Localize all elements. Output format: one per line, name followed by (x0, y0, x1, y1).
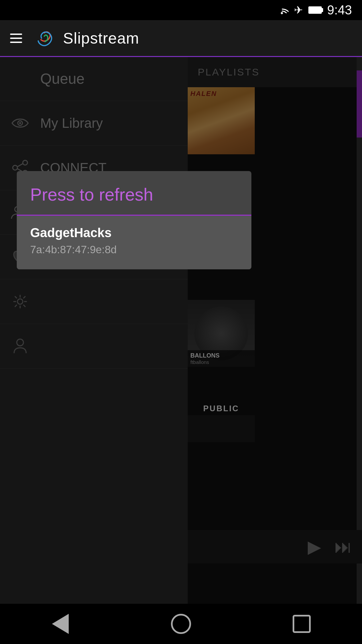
nav-home-button[interactable] (168, 610, 194, 637)
overlay-backdrop[interactable] (0, 57, 362, 604)
recents-icon (293, 615, 311, 633)
app-title: Slipstream (63, 29, 139, 47)
battery-icon (308, 6, 322, 14)
press-to-refresh-dialog[interactable]: Press to refresh GadgetHacks 7a:4b:87:47… (17, 171, 251, 269)
app-logo (32, 26, 56, 50)
main-content: Queue My Library (0, 57, 362, 604)
dialog-body[interactable]: GadgetHacks 7a:4b:87:47:9e:8d (17, 216, 251, 269)
back-icon (52, 614, 69, 634)
app-header: Slipstream (0, 20, 362, 57)
status-time: 9:43 (327, 3, 352, 17)
nav-back-button[interactable] (47, 610, 74, 637)
status-bar: ✈ 9:43 (0, 0, 362, 20)
status-icons: ✈ 9:43 (275, 3, 352, 17)
dialog-header: Press to refresh (17, 171, 251, 216)
nav-recents-button[interactable] (288, 610, 315, 637)
device-name: GadgetHacks (30, 226, 238, 240)
wifi-icon (275, 5, 289, 15)
dialog-title: Press to refresh (30, 185, 153, 204)
home-icon (171, 614, 191, 634)
nav-bar (0, 604, 362, 644)
airplane-icon: ✈ (294, 4, 303, 16)
hamburger-menu-button[interactable] (7, 30, 25, 46)
device-address: 7a:4b:87:47:9e:8d (30, 244, 238, 256)
